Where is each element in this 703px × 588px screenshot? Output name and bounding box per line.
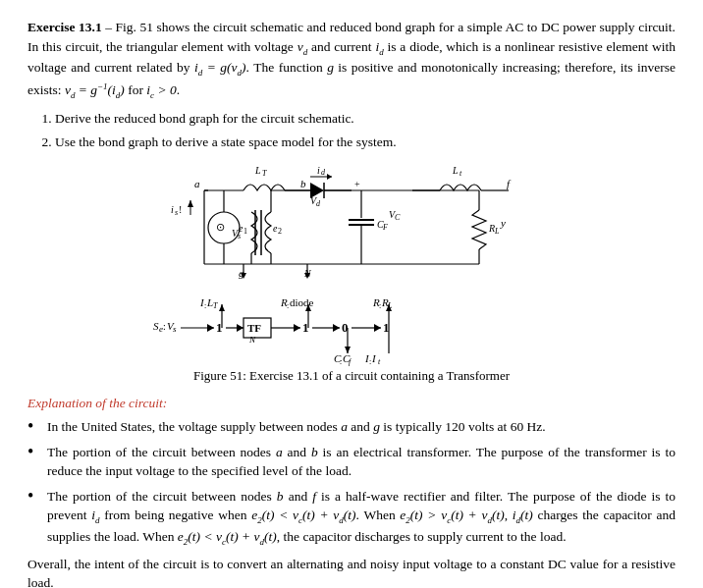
figure-caption: Figure 51: Exercise 13.1 of a circuit co… bbox=[193, 367, 510, 386]
svg-text::: : bbox=[369, 357, 371, 366]
svg-marker-90 bbox=[219, 304, 225, 311]
svg-marker-87 bbox=[374, 324, 381, 332]
svg-marker-23 bbox=[188, 200, 193, 207]
svg-text:s: s bbox=[175, 208, 178, 217]
exercise-block: Exercise 13.1 – Fig. 51 shows the circui… bbox=[27, 18, 676, 588]
svg-text:t: t bbox=[460, 169, 462, 178]
bullet-text-2: The portion of the circuit between nodes… bbox=[47, 443, 676, 481]
svg-text:s: s bbox=[173, 324, 177, 334]
svg-text:L: L bbox=[387, 301, 393, 310]
svg-text:I: I bbox=[371, 352, 377, 364]
bullet-text-1: In the United States, the voltage supply… bbox=[47, 417, 546, 437]
svg-text:2: 2 bbox=[278, 227, 282, 236]
svg-text:C: C bbox=[395, 213, 401, 222]
svg-marker-73 bbox=[207, 324, 214, 332]
circuit-svg: i d + V d L T L t f a b bbox=[145, 161, 558, 291]
svg-text::: : bbox=[379, 301, 381, 310]
svg-text:diode: diode bbox=[290, 296, 314, 308]
svg-text:L: L bbox=[254, 165, 261, 176]
bullet-item-3: • The portion of the circuit between nod… bbox=[27, 487, 676, 549]
svg-text:y: y bbox=[500, 217, 506, 229]
bullet-dot-1: • bbox=[27, 417, 45, 437]
svg-text:L: L bbox=[494, 227, 500, 236]
svg-text::: : bbox=[287, 301, 289, 310]
svg-text:!: ! bbox=[179, 204, 182, 215]
svg-marker-81 bbox=[294, 324, 300, 332]
questions-list: Derive the reduced bond graph for the ci… bbox=[55, 109, 676, 151]
svg-text::: : bbox=[163, 321, 166, 332]
svg-text:t: t bbox=[378, 357, 381, 366]
svg-text:d: d bbox=[321, 168, 326, 177]
svg-marker-5 bbox=[327, 174, 332, 180]
svg-text:T: T bbox=[213, 301, 218, 310]
bond-graph-svg: S e : V s 1 TF N 1 0 bbox=[145, 296, 558, 363]
svg-text:b: b bbox=[300, 178, 306, 189]
bullet-item-1: • In the United States, the voltage supp… bbox=[27, 417, 676, 437]
bullet-dot-2: • bbox=[27, 443, 45, 462]
svg-text::: : bbox=[204, 301, 206, 310]
bullet-dot-3: • bbox=[27, 487, 45, 507]
svg-text:i: i bbox=[317, 165, 320, 176]
svg-marker-84 bbox=[333, 324, 340, 332]
exercise-header: Exercise 13.1 – Fig. 51 shows the circui… bbox=[27, 18, 676, 101]
svg-text:⊙: ⊙ bbox=[216, 221, 225, 233]
svg-text:TF: TF bbox=[247, 322, 261, 334]
svg-text:N: N bbox=[248, 335, 256, 345]
bullet-item-2: • The portion of the circuit between nod… bbox=[27, 443, 676, 481]
svg-text:F: F bbox=[382, 223, 388, 232]
figure-container: i d + V d L T L t f a b bbox=[27, 161, 676, 386]
exercise-title: Exercise 13.1 bbox=[27, 20, 102, 34]
svg-text:d: d bbox=[316, 199, 321, 208]
svg-text:+: + bbox=[354, 179, 360, 189]
overall-paragraph: Overall, the intent of the circuit is to… bbox=[27, 555, 676, 588]
svg-text:i: i bbox=[171, 204, 174, 215]
bullet-text-3: The portion of the circuit between nodes… bbox=[47, 487, 676, 549]
svg-text:f: f bbox=[507, 178, 512, 189]
svg-marker-76 bbox=[237, 324, 243, 332]
svg-text:a: a bbox=[194, 178, 200, 189]
explanation-header: Explanation of the circuit: bbox=[27, 394, 676, 413]
svg-text:L: L bbox=[452, 165, 459, 176]
bullet-list: • In the United States, the voltage supp… bbox=[27, 417, 676, 549]
question-2: Use the bond graph to derive a state spa… bbox=[55, 133, 676, 152]
svg-text:1: 1 bbox=[243, 227, 247, 236]
question-1: Derive the reduced bond graph for the ci… bbox=[55, 109, 676, 129]
svg-text:T: T bbox=[262, 169, 267, 178]
svg-text:f: f bbox=[349, 357, 352, 366]
